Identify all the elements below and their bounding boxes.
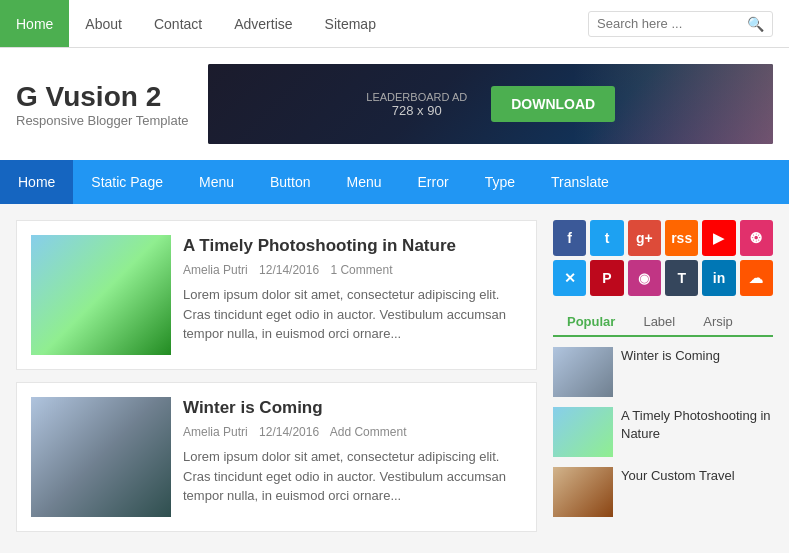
post-card-1: A Timely Photoshooting in Nature Amelia … bbox=[16, 220, 537, 370]
nav-item-home[interactable]: Home bbox=[0, 0, 69, 47]
header: Home About Contact Advertise Sitemap 🔍 bbox=[0, 0, 789, 48]
sidebar-post-title-2[interactable]: A Timely Photoshooting in Nature bbox=[621, 407, 773, 443]
sidebar-post-title-1[interactable]: Winter is Coming bbox=[621, 347, 720, 365]
banner-ad-size: 728 x 90 bbox=[366, 103, 467, 118]
search-icon[interactable]: 🔍 bbox=[747, 16, 764, 32]
download-button[interactable]: DOWNLOAD bbox=[491, 86, 615, 122]
post-meta-2: Amelia Putri 12/14/2016 Add Comment bbox=[183, 425, 522, 439]
header-right: 🔍 bbox=[588, 11, 789, 37]
social-tumblr[interactable]: T bbox=[665, 260, 698, 296]
navbar-item-translate[interactable]: Translate bbox=[533, 160, 627, 204]
banner-text: LEADERBOARD AD 728 x 90 bbox=[366, 91, 467, 118]
social-facebook[interactable]: f bbox=[553, 220, 586, 256]
post-author-1: Amelia Putri bbox=[183, 263, 248, 277]
sidebar: f t g+ rss ▶ ❂ ✕ P ◉ T in ☁ Popular Labe… bbox=[553, 220, 773, 532]
logo: G Vusion 2 Responsive Blogger Template bbox=[16, 81, 188, 128]
tab-label[interactable]: Label bbox=[629, 308, 689, 335]
navbar-item-static-page[interactable]: Static Page bbox=[73, 160, 181, 204]
navbar: Home Static Page Menu Button Menu Error … bbox=[0, 160, 789, 204]
header-nav: Home About Contact Advertise Sitemap bbox=[0, 0, 392, 47]
sidebar-post-3: Your Custom Travel bbox=[553, 467, 773, 517]
social-soundcloud[interactable]: ☁ bbox=[740, 260, 773, 296]
social-linkedin[interactable]: in bbox=[702, 260, 735, 296]
tab-arsip[interactable]: Arsip bbox=[689, 308, 747, 335]
sidebar-thumb-3 bbox=[553, 467, 613, 517]
post-thumb-1 bbox=[31, 235, 171, 355]
social-pinterest[interactable]: P bbox=[590, 260, 623, 296]
logo-banner-area: G Vusion 2 Responsive Blogger Template L… bbox=[0, 48, 789, 160]
sidebar-thumb-2 bbox=[553, 407, 613, 457]
post-date-1: 12/14/2016 bbox=[259, 263, 319, 277]
post-info-2: Winter is Coming Amelia Putri 12/14/2016… bbox=[183, 397, 522, 517]
navbar-item-menu1[interactable]: Menu bbox=[181, 160, 252, 204]
post-meta-1: Amelia Putri 12/14/2016 1 Comment bbox=[183, 263, 522, 277]
post-title-1[interactable]: A Timely Photoshooting in Nature bbox=[183, 235, 522, 257]
banner-content: LEADERBOARD AD 728 x 90 DOWNLOAD bbox=[366, 86, 615, 122]
post-comment-2[interactable]: Add Comment bbox=[330, 425, 407, 439]
post-excerpt-2: Lorem ipsum dolor sit amet, consectetur … bbox=[183, 447, 522, 506]
social-twitter[interactable]: t bbox=[590, 220, 623, 256]
sidebar-tabs: Popular Label Arsip bbox=[553, 308, 773, 337]
banner-ad-label: LEADERBOARD AD bbox=[366, 91, 467, 103]
main-content: A Timely Photoshooting in Nature Amelia … bbox=[0, 204, 789, 548]
tab-popular[interactable]: Popular bbox=[553, 308, 629, 337]
post-card-2: Winter is Coming Amelia Putri 12/14/2016… bbox=[16, 382, 537, 532]
nav-item-advertise[interactable]: Advertise bbox=[218, 0, 308, 47]
post-author-2: Amelia Putri bbox=[183, 425, 248, 439]
post-title-2[interactable]: Winter is Coming bbox=[183, 397, 522, 419]
navbar-item-menu2[interactable]: Menu bbox=[328, 160, 399, 204]
sidebar-post-2: A Timely Photoshooting in Nature bbox=[553, 407, 773, 457]
post-info-1: A Timely Photoshooting in Nature Amelia … bbox=[183, 235, 522, 355]
nav-item-about[interactable]: About bbox=[69, 0, 138, 47]
posts-content: A Timely Photoshooting in Nature Amelia … bbox=[16, 220, 537, 532]
sidebar-post-title-3[interactable]: Your Custom Travel bbox=[621, 467, 735, 485]
social-youtube[interactable]: ▶ bbox=[702, 220, 735, 256]
search-input[interactable] bbox=[597, 16, 747, 31]
social-google-plus[interactable]: g+ bbox=[628, 220, 661, 256]
navbar-item-type[interactable]: Type bbox=[467, 160, 533, 204]
sidebar-post-1: Winter is Coming bbox=[553, 347, 773, 397]
nav-item-contact[interactable]: Contact bbox=[138, 0, 218, 47]
search-box[interactable]: 🔍 bbox=[588, 11, 773, 37]
sidebar-thumb-1 bbox=[553, 347, 613, 397]
navbar-item-error[interactable]: Error bbox=[400, 160, 467, 204]
nav-item-sitemap[interactable]: Sitemap bbox=[309, 0, 392, 47]
navbar-item-home[interactable]: Home bbox=[0, 160, 73, 204]
post-comment-1[interactable]: 1 Comment bbox=[330, 263, 392, 277]
social-grid: f t g+ rss ▶ ❂ ✕ P ◉ T in ☁ bbox=[553, 220, 773, 296]
social-x[interactable]: ✕ bbox=[553, 260, 586, 296]
post-thumb-2 bbox=[31, 397, 171, 517]
navbar-item-button[interactable]: Button bbox=[252, 160, 328, 204]
site-title: G Vusion 2 bbox=[16, 81, 188, 113]
post-date-2: 12/14/2016 bbox=[259, 425, 319, 439]
social-dribbble[interactable]: ❂ bbox=[740, 220, 773, 256]
site-subtitle: Responsive Blogger Template bbox=[16, 113, 188, 128]
social-instagram[interactable]: ◉ bbox=[628, 260, 661, 296]
social-rss[interactable]: rss bbox=[665, 220, 698, 256]
leaderboard-banner: LEADERBOARD AD 728 x 90 DOWNLOAD bbox=[208, 64, 773, 144]
post-excerpt-1: Lorem ipsum dolor sit amet, consectetur … bbox=[183, 285, 522, 344]
